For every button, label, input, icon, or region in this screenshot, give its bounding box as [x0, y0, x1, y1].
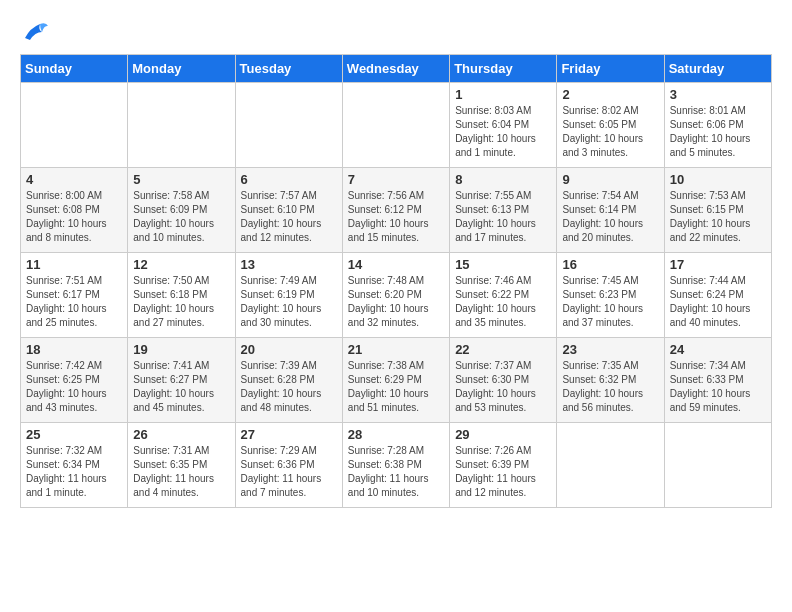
calendar-cell: 3Sunrise: 8:01 AM Sunset: 6:06 PM Daylig…: [664, 83, 771, 168]
day-number: 16: [562, 257, 658, 272]
day-info: Sunrise: 8:03 AM Sunset: 6:04 PM Dayligh…: [455, 104, 551, 160]
day-info: Sunrise: 7:58 AM Sunset: 6:09 PM Dayligh…: [133, 189, 229, 245]
calendar-cell: 20Sunrise: 7:39 AM Sunset: 6:28 PM Dayli…: [235, 338, 342, 423]
calendar-cell: [342, 83, 449, 168]
day-number: 10: [670, 172, 766, 187]
day-header-saturday: Saturday: [664, 55, 771, 83]
day-info: Sunrise: 7:29 AM Sunset: 6:36 PM Dayligh…: [241, 444, 337, 500]
calendar-cell: [664, 423, 771, 508]
day-number: 1: [455, 87, 551, 102]
day-info: Sunrise: 7:42 AM Sunset: 6:25 PM Dayligh…: [26, 359, 122, 415]
day-header-wednesday: Wednesday: [342, 55, 449, 83]
calendar-cell: 12Sunrise: 7:50 AM Sunset: 6:18 PM Dayli…: [128, 253, 235, 338]
day-number: 8: [455, 172, 551, 187]
day-info: Sunrise: 7:56 AM Sunset: 6:12 PM Dayligh…: [348, 189, 444, 245]
calendar-cell: 7Sunrise: 7:56 AM Sunset: 6:12 PM Daylig…: [342, 168, 449, 253]
day-info: Sunrise: 7:31 AM Sunset: 6:35 PM Dayligh…: [133, 444, 229, 500]
calendar-cell: 28Sunrise: 7:28 AM Sunset: 6:38 PM Dayli…: [342, 423, 449, 508]
day-number: 12: [133, 257, 229, 272]
calendar-cell: 22Sunrise: 7:37 AM Sunset: 6:30 PM Dayli…: [450, 338, 557, 423]
day-header-friday: Friday: [557, 55, 664, 83]
day-info: Sunrise: 7:46 AM Sunset: 6:22 PM Dayligh…: [455, 274, 551, 330]
day-number: 6: [241, 172, 337, 187]
day-info: Sunrise: 7:49 AM Sunset: 6:19 PM Dayligh…: [241, 274, 337, 330]
day-number: 3: [670, 87, 766, 102]
calendar-cell: 6Sunrise: 7:57 AM Sunset: 6:10 PM Daylig…: [235, 168, 342, 253]
logo: [20, 20, 54, 44]
calendar-cell: 25Sunrise: 7:32 AM Sunset: 6:34 PM Dayli…: [21, 423, 128, 508]
day-info: Sunrise: 7:57 AM Sunset: 6:10 PM Dayligh…: [241, 189, 337, 245]
day-info: Sunrise: 7:44 AM Sunset: 6:24 PM Dayligh…: [670, 274, 766, 330]
day-info: Sunrise: 7:41 AM Sunset: 6:27 PM Dayligh…: [133, 359, 229, 415]
calendar-cell: 1Sunrise: 8:03 AM Sunset: 6:04 PM Daylig…: [450, 83, 557, 168]
calendar-cell: [21, 83, 128, 168]
day-info: Sunrise: 7:38 AM Sunset: 6:29 PM Dayligh…: [348, 359, 444, 415]
day-number: 28: [348, 427, 444, 442]
calendar-cell: 27Sunrise: 7:29 AM Sunset: 6:36 PM Dayli…: [235, 423, 342, 508]
calendar-cell: 15Sunrise: 7:46 AM Sunset: 6:22 PM Dayli…: [450, 253, 557, 338]
calendar-cell: 18Sunrise: 7:42 AM Sunset: 6:25 PM Dayli…: [21, 338, 128, 423]
day-info: Sunrise: 7:51 AM Sunset: 6:17 PM Dayligh…: [26, 274, 122, 330]
day-number: 17: [670, 257, 766, 272]
logo-icon: [20, 20, 50, 44]
day-info: Sunrise: 8:02 AM Sunset: 6:05 PM Dayligh…: [562, 104, 658, 160]
calendar-cell: 19Sunrise: 7:41 AM Sunset: 6:27 PM Dayli…: [128, 338, 235, 423]
day-info: Sunrise: 8:01 AM Sunset: 6:06 PM Dayligh…: [670, 104, 766, 160]
day-info: Sunrise: 7:50 AM Sunset: 6:18 PM Dayligh…: [133, 274, 229, 330]
day-info: Sunrise: 7:39 AM Sunset: 6:28 PM Dayligh…: [241, 359, 337, 415]
day-number: 29: [455, 427, 551, 442]
calendar-cell: 14Sunrise: 7:48 AM Sunset: 6:20 PM Dayli…: [342, 253, 449, 338]
day-info: Sunrise: 7:32 AM Sunset: 6:34 PM Dayligh…: [26, 444, 122, 500]
calendar-cell: [128, 83, 235, 168]
calendar-cell: 23Sunrise: 7:35 AM Sunset: 6:32 PM Dayli…: [557, 338, 664, 423]
calendar-cell: 24Sunrise: 7:34 AM Sunset: 6:33 PM Dayli…: [664, 338, 771, 423]
day-info: Sunrise: 7:55 AM Sunset: 6:13 PM Dayligh…: [455, 189, 551, 245]
day-info: Sunrise: 7:28 AM Sunset: 6:38 PM Dayligh…: [348, 444, 444, 500]
calendar-cell: 26Sunrise: 7:31 AM Sunset: 6:35 PM Dayli…: [128, 423, 235, 508]
day-number: 23: [562, 342, 658, 357]
day-info: Sunrise: 7:54 AM Sunset: 6:14 PM Dayligh…: [562, 189, 658, 245]
calendar-cell: 29Sunrise: 7:26 AM Sunset: 6:39 PM Dayli…: [450, 423, 557, 508]
day-number: 20: [241, 342, 337, 357]
day-number: 14: [348, 257, 444, 272]
calendar-cell: [235, 83, 342, 168]
day-number: 18: [26, 342, 122, 357]
day-info: Sunrise: 7:35 AM Sunset: 6:32 PM Dayligh…: [562, 359, 658, 415]
calendar-cell: [557, 423, 664, 508]
day-number: 9: [562, 172, 658, 187]
calendar-table: SundayMondayTuesdayWednesdayThursdayFrid…: [20, 54, 772, 508]
calendar-cell: 9Sunrise: 7:54 AM Sunset: 6:14 PM Daylig…: [557, 168, 664, 253]
day-number: 13: [241, 257, 337, 272]
day-number: 22: [455, 342, 551, 357]
day-header-thursday: Thursday: [450, 55, 557, 83]
day-number: 2: [562, 87, 658, 102]
day-info: Sunrise: 7:53 AM Sunset: 6:15 PM Dayligh…: [670, 189, 766, 245]
calendar-cell: 10Sunrise: 7:53 AM Sunset: 6:15 PM Dayli…: [664, 168, 771, 253]
day-header-monday: Monday: [128, 55, 235, 83]
day-header-tuesday: Tuesday: [235, 55, 342, 83]
day-info: Sunrise: 7:37 AM Sunset: 6:30 PM Dayligh…: [455, 359, 551, 415]
day-number: 7: [348, 172, 444, 187]
day-number: 4: [26, 172, 122, 187]
day-number: 11: [26, 257, 122, 272]
day-number: 15: [455, 257, 551, 272]
day-info: Sunrise: 7:34 AM Sunset: 6:33 PM Dayligh…: [670, 359, 766, 415]
calendar-cell: 17Sunrise: 7:44 AM Sunset: 6:24 PM Dayli…: [664, 253, 771, 338]
calendar-cell: 13Sunrise: 7:49 AM Sunset: 6:19 PM Dayli…: [235, 253, 342, 338]
calendar-cell: 2Sunrise: 8:02 AM Sunset: 6:05 PM Daylig…: [557, 83, 664, 168]
day-number: 24: [670, 342, 766, 357]
page-header: [20, 20, 772, 44]
day-info: Sunrise: 7:45 AM Sunset: 6:23 PM Dayligh…: [562, 274, 658, 330]
calendar-cell: 21Sunrise: 7:38 AM Sunset: 6:29 PM Dayli…: [342, 338, 449, 423]
day-info: Sunrise: 8:00 AM Sunset: 6:08 PM Dayligh…: [26, 189, 122, 245]
day-number: 5: [133, 172, 229, 187]
calendar-cell: 11Sunrise: 7:51 AM Sunset: 6:17 PM Dayli…: [21, 253, 128, 338]
day-number: 27: [241, 427, 337, 442]
day-number: 25: [26, 427, 122, 442]
day-info: Sunrise: 7:26 AM Sunset: 6:39 PM Dayligh…: [455, 444, 551, 500]
day-number: 19: [133, 342, 229, 357]
day-number: 26: [133, 427, 229, 442]
day-header-sunday: Sunday: [21, 55, 128, 83]
calendar-cell: 4Sunrise: 8:00 AM Sunset: 6:08 PM Daylig…: [21, 168, 128, 253]
calendar-cell: 5Sunrise: 7:58 AM Sunset: 6:09 PM Daylig…: [128, 168, 235, 253]
